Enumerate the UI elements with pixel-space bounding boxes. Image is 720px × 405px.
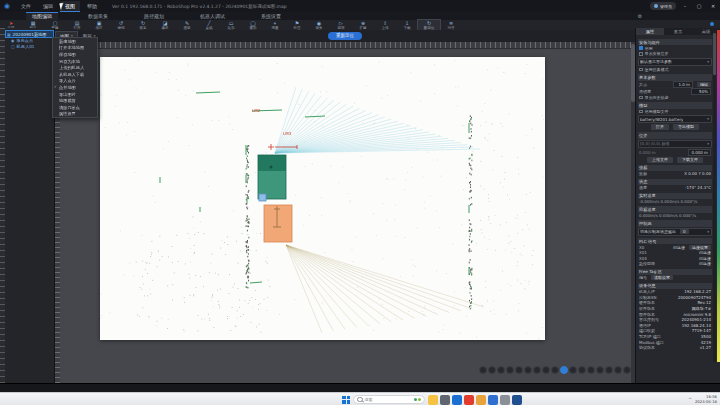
turn-left[interactable] [6,355,18,366]
panel-row[interactable]: 显示历史轨迹 [638,95,712,101]
wps-icon[interactable] [464,395,474,405]
menu-item[interactable]: 文件 [16,1,36,12]
menu-option[interactable]: ✓ 从机器人下载 [53,71,97,78]
panel-scrollbar[interactable] [713,30,716,362]
toolbar-button[interactable]: ⇧ 上传 [374,20,396,31]
toolbar-button[interactable]: ↻ 恢复 [132,20,154,31]
tools-icon[interactable] [500,395,510,405]
menu-option[interactable]: ✓ 打开本地地图 [53,45,97,52]
panel-tab[interactable]: 属性 [636,28,664,35]
file-explorer-icon[interactable] [428,395,438,405]
layer-toggle-button[interactable] [533,366,541,374]
map-canvas[interactable] [100,57,545,340]
maximize-button[interactable]: ▢ [694,0,704,12]
row-action-button[interactable]: 编辑 [697,82,711,87]
toolbar-button[interactable]: ⇩ 下载 [396,20,418,31]
row-action-button[interactable]: 0 [680,229,689,234]
layer-toggle-button[interactable] [560,366,568,374]
up[interactable] [18,344,30,355]
tree-item[interactable]: ▦ 20240901新地图 [6,31,53,37]
panel-row[interactable]: 切换控制器状态输出 0 [638,228,712,236]
layer-toggle-button[interactable] [497,366,505,374]
row-action-button[interactable]: 连接设置 [689,245,711,250]
stop[interactable] [18,355,30,366]
toolbar-button[interactable]: ≡ 对齐 [440,20,462,31]
layer-toggle-button[interactable] [623,366,631,374]
layer-toggle-button[interactable] [569,366,577,374]
panel-row[interactable]: 上传文件 下载文件 [638,157,712,163]
tree-item[interactable]: ▢ 机器人01 [6,43,53,49]
menu-option[interactable]: ✓ 保存地图 [53,51,97,58]
checkbox-icon[interactable] [639,46,643,50]
layer-toggle-button[interactable] [524,366,532,374]
menu-option[interactable]: ✓ 导入点云 [53,78,97,85]
taskbar-clock[interactable]: 16:56 2024-04-18 [695,395,717,404]
toolbar-button[interactable]: ⊕ 扩建 [352,20,374,31]
toolbar-button[interactable]: ↻ 重定位 [418,20,440,31]
layer-toggle-button[interactable] [506,366,514,374]
roboshop-icon[interactable] [512,395,522,405]
toolbar-button[interactable]: ◯ 圆形 [242,20,264,31]
minimize-button[interactable]: – [680,0,690,12]
turn-right[interactable] [30,355,42,366]
menu-option[interactable]: ✓ 地图裁剪 [53,97,97,104]
taskbar-search[interactable]: 搜索 [353,395,425,404]
toolbar-button[interactable]: ◪ 橡皮 [154,20,176,31]
checkbox-icon[interactable] [639,52,643,56]
edge-icon[interactable] [452,395,462,405]
panel-row[interactable]: 启用模型文件 [638,109,712,115]
browser-icon[interactable] [476,395,486,405]
gear-icon[interactable]: ⚙ [638,13,642,19]
menu-item[interactable]: 帮助 [82,1,102,12]
layer-toggle-button[interactable] [488,366,496,374]
park[interactable] [6,344,18,355]
toolbar-button[interactable]: ▤ 打开 [66,20,88,31]
layer-toggle-button[interactable] [596,366,604,374]
menu-item[interactable]: 编辑 [38,1,58,12]
toolbar-button[interactable]: ⚑ 标注 [286,20,308,31]
checkbox-icon[interactable] [639,110,643,114]
panel-row[interactable]: battery/W201.battery [638,115,712,123]
menu-option[interactable]: ✓ 另存为本地 [53,58,97,65]
user-badge[interactable]: 管理员 [650,2,676,10]
panel-row[interactable]: [0,0] (0,0) 标准 [638,140,712,148]
panel-row[interactable]: 默认激光雷达参数 [638,58,712,66]
docs-icon[interactable] [488,395,498,405]
toolbar-button[interactable]: ▷ 回放 [330,20,352,31]
down[interactable] [18,366,30,377]
layer-toggle-button[interactable] [614,366,622,374]
toolbar-button[interactable]: ◉ 采集 [308,20,330,31]
layer-toggle-button[interactable] [578,366,586,374]
layer-toggle-button[interactable] [479,366,487,374]
menu-option[interactable]: ✓ 新建地图 [53,38,97,45]
panel-row[interactable]: 显示安装位姿 [638,51,712,57]
toolbar-button[interactable]: ▣ 保存 [88,20,110,31]
layer-toggle-button[interactable] [605,366,613,374]
tray-expand-icon[interactable]: ^ [688,397,692,402]
checkbox-icon[interactable] [639,68,643,72]
toolbar-button[interactable]: ↺ 撤销 [110,20,132,31]
menu-option[interactable]: ✓ 清除冗余点 [53,104,97,111]
menu-option[interactable]: ✓ 上传到机器人 [53,64,97,71]
toolbar-button[interactable]: ╱ 直线 [198,20,220,31]
checkbox-icon[interactable] [639,96,643,100]
relocate-button[interactable]: 重新定位 [328,32,362,40]
panel-row[interactable]: 打开 导出模型 [638,124,712,130]
menu-option[interactable]: ✓ 属性设置 [53,111,97,118]
settings-icon[interactable] [440,395,450,405]
windows-start-button[interactable] [342,396,350,404]
menu-option[interactable]: ✓ 合并地图 [53,84,97,91]
menu-option[interactable]: ✓ 导出图片 [53,91,97,98]
toolbar-button[interactable]: ▭ 矩形 [220,20,242,31]
settings[interactable] [30,366,42,377]
toolbar-button[interactable]: ✎ 画笔 [176,20,198,31]
toolbar-button[interactable]: ⌖ 测量 [264,20,286,31]
scroll-thumb[interactable] [713,33,716,75]
layer-toggle-button[interactable] [551,366,559,374]
layer-toggle-button[interactable] [515,366,523,374]
layer-toggle-button[interactable] [542,366,550,374]
panel-row[interactable]: 使用仿真模式 [638,67,712,73]
layer-toggle-button[interactable] [587,366,595,374]
panel-tab[interactable]: 显示 [664,28,692,35]
close-button[interactable]: ✕ [708,0,718,12]
